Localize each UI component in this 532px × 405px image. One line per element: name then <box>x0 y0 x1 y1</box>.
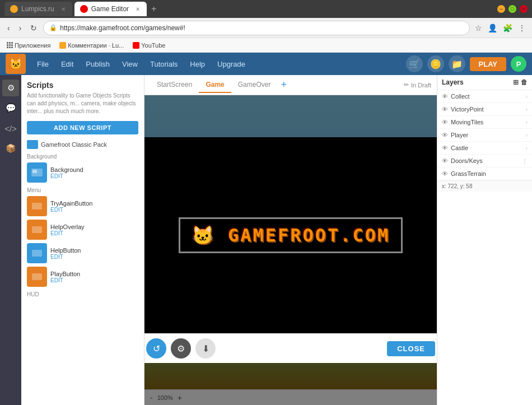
minimize-button[interactable]: ─ <box>497 5 505 13</box>
tabs-bar: StartScreen Game GameOver + ✏ In Draft <box>144 75 437 95</box>
layer-arrow: › <box>526 119 528 125</box>
script-item-tryagainbtn: TryAgainButton EDIT <box>27 196 138 216</box>
maximize-button[interactable]: □ <box>508 5 516 13</box>
sidebar-icon-chat[interactable]: 💬 <box>2 100 19 117</box>
layer-movingtiles[interactable]: 👁 MovingTiles › <box>437 116 532 129</box>
script-name-tryagain: TryAgainButton <box>50 200 92 207</box>
extension-icon[interactable]: 🧩 <box>501 22 514 34</box>
layer-arrow: › <box>526 145 528 151</box>
script-edit-helpbutton[interactable]: EDIT <box>50 254 81 260</box>
script-icon-helpbutton <box>27 243 47 263</box>
close-window-button[interactable]: ✕ <box>520 5 528 13</box>
section-label-menu: Menu <box>27 187 138 193</box>
refresh-button[interactable]: ↺ <box>146 338 166 359</box>
content-area: StartScreen Game GameOver + ✏ In Draft 🐱 <box>144 75 437 405</box>
tab-favicon-gameeditor <box>80 5 88 13</box>
sidebar-icon-code[interactable]: </> <box>2 120 19 137</box>
layer-collect[interactable]: 👁 Collect › <box>437 90 532 103</box>
layer-left-movingtiles: 👁 MovingTiles <box>442 119 483 125</box>
forward-button[interactable]: › <box>16 22 25 34</box>
gamefroot-logo: 🐱 GAMEFROOT.COM <box>179 217 403 253</box>
script-item-helpbutton: HelpButton EDIT <box>27 243 138 263</box>
layers-delete-icon[interactable]: 🗑 <box>521 78 528 86</box>
window-controls: ─ □ ✕ <box>497 5 528 13</box>
layer-left-castle: 👁 Castle <box>442 145 468 151</box>
back-button[interactable]: ‹ <box>4 22 13 34</box>
reload-button[interactable]: ↻ <box>27 22 40 34</box>
svg-rect-1 <box>32 170 37 173</box>
layer-left-collect: 👁 Collect <box>442 93 470 100</box>
layer-victorypoint[interactable]: 👁 VictoryPoint › <box>437 103 532 116</box>
left-panel: Scripts Add functionality to Game Object… <box>21 75 144 405</box>
address-bar[interactable]: 🔒 https://make.gamefroot.com/games/new#! <box>43 21 470 35</box>
browser-titlebar: Lumpics.ru ✕ Game Editor ✕ + ─ □ ✕ <box>0 0 532 18</box>
script-icon-tryagain <box>27 196 47 216</box>
section-label-background: Background <box>27 153 138 160</box>
tab-gameover[interactable]: GameOver <box>231 77 278 93</box>
eye-icon: 👁 <box>442 106 448 113</box>
more-icon[interactable]: ⋮ <box>516 22 528 34</box>
browser-tab-lumpics[interactable]: Lumpics.ru ✕ <box>4 2 72 16</box>
download-button[interactable]: ⬇ <box>195 338 216 359</box>
panel-title: Scripts <box>27 81 138 90</box>
modal-video-container: 🐱 GAMEFROOT.COM <box>144 137 437 333</box>
sidebar-icon-settings[interactable]: ⚙ <box>2 80 19 96</box>
script-edit-tryagain[interactable]: EDIT <box>50 207 92 213</box>
tab-game[interactable]: Game <box>199 77 231 93</box>
new-tab-button[interactable]: + <box>151 4 156 14</box>
add-new-script-button[interactable]: ADD NEW SCRIPT <box>27 121 138 134</box>
star-icon[interactable]: ☆ <box>473 22 484 34</box>
bookmark-lumpics[interactable]: Комментарии · Lu... <box>57 41 126 50</box>
script-edit-background[interactable]: EDIT <box>50 173 83 179</box>
folder-icon[interactable]: 📁 <box>449 55 465 72</box>
menu-edit[interactable]: Edit <box>55 57 79 72</box>
menu-view[interactable]: View <box>116 57 143 72</box>
menu-tutorials[interactable]: Tutorials <box>144 57 183 72</box>
script-edit-playbutton[interactable]: EDIT <box>50 277 80 283</box>
tab-close-gameeditor[interactable]: ✕ <box>134 5 141 13</box>
layer-player[interactable]: 👁 Player › <box>437 129 532 142</box>
settings-button[interactable]: ⚙ <box>171 338 191 359</box>
svg-rect-2 <box>32 203 42 210</box>
menu-publish[interactable]: Publish <box>80 57 115 72</box>
modal-overlay: 🐱 GAMEFROOT.COM ↺ ⚙ ⬇ CLOSE <box>144 95 437 405</box>
svg-rect-4 <box>32 250 42 257</box>
layer-grassterrain[interactable]: 👁 GrassTerrain <box>437 167 532 180</box>
tab-startscreen[interactable]: StartScreen <box>150 77 199 93</box>
layer-castle[interactable]: 👁 Castle › <box>437 142 532 155</box>
section-label-hud: HUD <box>27 291 138 297</box>
layer-left-doorskeys: 👁 Doors/Keys <box>442 157 483 164</box>
avatar-button[interactable]: P <box>511 56 526 72</box>
download-icon: ⬇ <box>202 343 209 354</box>
canvas-area[interactable]: 🐱 GAMEFROOT.COM ↺ ⚙ ⬇ CLOSE <box>144 95 437 405</box>
tab-label-gameeditor: Game Editor <box>91 5 129 13</box>
close-button[interactable]: CLOSE <box>387 341 435 356</box>
tab-close-lumpics[interactable]: ✕ <box>60 5 67 13</box>
play-button[interactable]: PLAY <box>470 57 506 71</box>
eye-icon: 👁 <box>442 93 448 100</box>
apps-label: Приложения <box>15 42 50 49</box>
bookmark-apps[interactable]: Приложения <box>4 41 53 50</box>
cart-icon[interactable]: 🛒 <box>406 55 423 72</box>
draft-badge[interactable]: ✏ In Draft <box>404 81 431 89</box>
layer-doorskeys[interactable]: 👁 Doors/Keys ⋮ <box>437 155 532 167</box>
layer-left-victorypoint: 👁 VictoryPoint <box>442 106 484 113</box>
bookmark-favicon-lumpics <box>59 42 66 49</box>
layer-left-grassterrain: 👁 GrassTerrain <box>442 170 486 177</box>
browser-tab-gameeditor[interactable]: Game Editor ✕ <box>74 2 147 16</box>
layers-header: Layers ⊞ 🗑 <box>437 75 532 90</box>
script-item-background: Background EDIT <box>27 162 138 183</box>
account-icon[interactable]: 👤 <box>486 22 499 34</box>
add-tab-button[interactable]: + <box>277 79 290 91</box>
bookmark-youtube[interactable]: YouTube <box>130 41 167 50</box>
layers-add-icon[interactable]: ⊞ <box>513 78 519 86</box>
layer-name-victorypoint: VictoryPoint <box>451 106 484 113</box>
coins-icon[interactable]: 🪙 <box>427 55 444 72</box>
sidebar-icon-objects[interactable]: 📦 <box>2 140 19 157</box>
script-edit-helpoverlay[interactable]: EDIT <box>50 230 85 236</box>
menu-file[interactable]: File <box>31 57 54 72</box>
script-name-helpoverlay: HelpOverlay <box>50 224 85 230</box>
layer-name-player: Player <box>451 132 468 138</box>
menu-upgrade[interactable]: Upgrade <box>212 57 251 72</box>
menu-help[interactable]: Help <box>184 57 211 72</box>
